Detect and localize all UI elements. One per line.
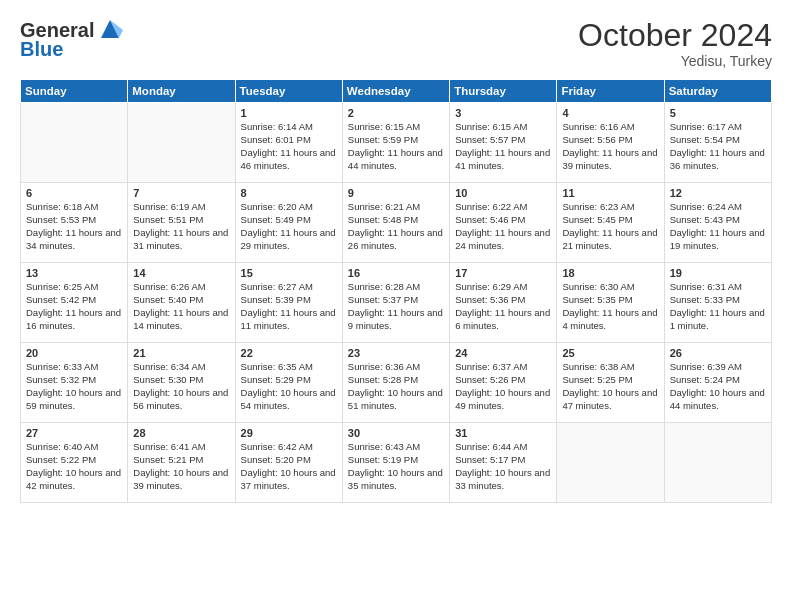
sunset-text: Sunset: 5:24 PM	[670, 374, 766, 387]
calendar-cell	[664, 423, 771, 503]
calendar-cell: 9Sunrise: 6:21 AMSunset: 5:48 PMDaylight…	[342, 183, 449, 263]
week-row-3: 13Sunrise: 6:25 AMSunset: 5:42 PMDayligh…	[21, 263, 772, 343]
sunrise-text: Sunrise: 6:38 AM	[562, 361, 658, 374]
calendar-cell: 25Sunrise: 6:38 AMSunset: 5:25 PMDayligh…	[557, 343, 664, 423]
daylight-text: Daylight: 11 hours and 21 minutes.	[562, 227, 658, 253]
date-number: 29	[241, 427, 337, 439]
sunset-text: Sunset: 5:35 PM	[562, 294, 658, 307]
date-number: 5	[670, 107, 766, 119]
days-header-row: SundayMondayTuesdayWednesdayThursdayFrid…	[21, 80, 772, 103]
day-header-thursday: Thursday	[450, 80, 557, 103]
calendar-cell: 23Sunrise: 6:36 AMSunset: 5:28 PMDayligh…	[342, 343, 449, 423]
sunset-text: Sunset: 5:51 PM	[133, 214, 229, 227]
day-header-friday: Friday	[557, 80, 664, 103]
date-number: 21	[133, 347, 229, 359]
calendar-cell: 17Sunrise: 6:29 AMSunset: 5:36 PMDayligh…	[450, 263, 557, 343]
daylight-text: Daylight: 10 hours and 47 minutes.	[562, 387, 658, 413]
daylight-text: Daylight: 11 hours and 11 minutes.	[241, 307, 337, 333]
sunset-text: Sunset: 5:26 PM	[455, 374, 551, 387]
daylight-text: Daylight: 10 hours and 42 minutes.	[26, 467, 122, 493]
daylight-text: Daylight: 11 hours and 29 minutes.	[241, 227, 337, 253]
sunset-text: Sunset: 5:20 PM	[241, 454, 337, 467]
sunset-text: Sunset: 5:32 PM	[26, 374, 122, 387]
date-number: 3	[455, 107, 551, 119]
calendar-cell	[128, 103, 235, 183]
daylight-text: Daylight: 11 hours and 14 minutes.	[133, 307, 229, 333]
calendar-cell: 10Sunrise: 6:22 AMSunset: 5:46 PMDayligh…	[450, 183, 557, 263]
sunrise-text: Sunrise: 6:25 AM	[26, 281, 122, 294]
sunset-text: Sunset: 5:29 PM	[241, 374, 337, 387]
sunrise-text: Sunrise: 6:28 AM	[348, 281, 444, 294]
sunrise-text: Sunrise: 6:17 AM	[670, 121, 766, 134]
calendar-cell: 5Sunrise: 6:17 AMSunset: 5:54 PMDaylight…	[664, 103, 771, 183]
sunrise-text: Sunrise: 6:15 AM	[455, 121, 551, 134]
daylight-text: Daylight: 11 hours and 26 minutes.	[348, 227, 444, 253]
daylight-text: Daylight: 10 hours and 33 minutes.	[455, 467, 551, 493]
date-number: 17	[455, 267, 551, 279]
date-number: 7	[133, 187, 229, 199]
date-number: 31	[455, 427, 551, 439]
date-number: 11	[562, 187, 658, 199]
date-number: 27	[26, 427, 122, 439]
sunrise-text: Sunrise: 6:34 AM	[133, 361, 229, 374]
day-header-tuesday: Tuesday	[235, 80, 342, 103]
daylight-text: Daylight: 11 hours and 36 minutes.	[670, 147, 766, 173]
sunrise-text: Sunrise: 6:43 AM	[348, 441, 444, 454]
calendar-cell: 22Sunrise: 6:35 AMSunset: 5:29 PMDayligh…	[235, 343, 342, 423]
sunset-text: Sunset: 5:30 PM	[133, 374, 229, 387]
date-number: 8	[241, 187, 337, 199]
date-number: 4	[562, 107, 658, 119]
calendar-cell	[21, 103, 128, 183]
sunset-text: Sunset: 5:57 PM	[455, 134, 551, 147]
calendar-cell	[557, 423, 664, 503]
sunset-text: Sunset: 5:19 PM	[348, 454, 444, 467]
sunset-text: Sunset: 5:43 PM	[670, 214, 766, 227]
daylight-text: Daylight: 10 hours and 44 minutes.	[670, 387, 766, 413]
date-number: 13	[26, 267, 122, 279]
daylight-text: Daylight: 11 hours and 6 minutes.	[455, 307, 551, 333]
calendar-cell: 13Sunrise: 6:25 AMSunset: 5:42 PMDayligh…	[21, 263, 128, 343]
sunset-text: Sunset: 5:53 PM	[26, 214, 122, 227]
calendar-cell: 27Sunrise: 6:40 AMSunset: 5:22 PMDayligh…	[21, 423, 128, 503]
sunrise-text: Sunrise: 6:40 AM	[26, 441, 122, 454]
sunrise-text: Sunrise: 6:19 AM	[133, 201, 229, 214]
date-number: 16	[348, 267, 444, 279]
date-number: 20	[26, 347, 122, 359]
calendar-cell: 4Sunrise: 6:16 AMSunset: 5:56 PMDaylight…	[557, 103, 664, 183]
daylight-text: Daylight: 11 hours and 1 minute.	[670, 307, 766, 333]
day-header-monday: Monday	[128, 80, 235, 103]
daylight-text: Daylight: 10 hours and 59 minutes.	[26, 387, 122, 413]
sunrise-text: Sunrise: 6:14 AM	[241, 121, 337, 134]
date-number: 12	[670, 187, 766, 199]
daylight-text: Daylight: 11 hours and 39 minutes.	[562, 147, 658, 173]
sunrise-text: Sunrise: 6:22 AM	[455, 201, 551, 214]
daylight-text: Daylight: 10 hours and 54 minutes.	[241, 387, 337, 413]
sunrise-text: Sunrise: 6:16 AM	[562, 121, 658, 134]
daylight-text: Daylight: 11 hours and 9 minutes.	[348, 307, 444, 333]
sunset-text: Sunset: 5:49 PM	[241, 214, 337, 227]
calendar-cell: 7Sunrise: 6:19 AMSunset: 5:51 PMDaylight…	[128, 183, 235, 263]
sunset-text: Sunset: 5:25 PM	[562, 374, 658, 387]
daylight-text: Daylight: 10 hours and 37 minutes.	[241, 467, 337, 493]
day-header-saturday: Saturday	[664, 80, 771, 103]
sunrise-text: Sunrise: 6:33 AM	[26, 361, 122, 374]
date-number: 14	[133, 267, 229, 279]
sunset-text: Sunset: 6:01 PM	[241, 134, 337, 147]
date-number: 9	[348, 187, 444, 199]
sunrise-text: Sunrise: 6:18 AM	[26, 201, 122, 214]
sunset-text: Sunset: 5:59 PM	[348, 134, 444, 147]
sunset-text: Sunset: 5:56 PM	[562, 134, 658, 147]
week-row-2: 6Sunrise: 6:18 AMSunset: 5:53 PMDaylight…	[21, 183, 772, 263]
sunset-text: Sunset: 5:46 PM	[455, 214, 551, 227]
day-header-wednesday: Wednesday	[342, 80, 449, 103]
sunrise-text: Sunrise: 6:24 AM	[670, 201, 766, 214]
sunrise-text: Sunrise: 6:23 AM	[562, 201, 658, 214]
page-title: October 2024	[578, 18, 772, 53]
daylight-text: Daylight: 11 hours and 4 minutes.	[562, 307, 658, 333]
sunrise-text: Sunrise: 6:44 AM	[455, 441, 551, 454]
sunrise-text: Sunrise: 6:27 AM	[241, 281, 337, 294]
sunset-text: Sunset: 5:48 PM	[348, 214, 444, 227]
calendar-cell: 1Sunrise: 6:14 AMSunset: 6:01 PMDaylight…	[235, 103, 342, 183]
calendar-cell: 8Sunrise: 6:20 AMSunset: 5:49 PMDaylight…	[235, 183, 342, 263]
sunset-text: Sunset: 5:22 PM	[26, 454, 122, 467]
